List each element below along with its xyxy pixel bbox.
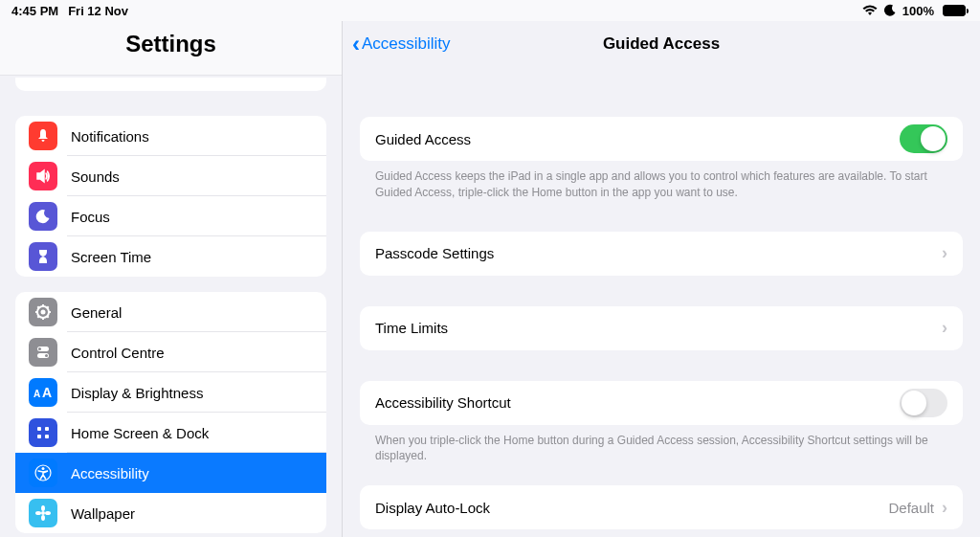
sidebar-item-screen-time[interactable]: Screen Time: [15, 236, 326, 277]
sidebar-item-focus[interactable]: Focus: [15, 196, 326, 236]
svg-point-5: [45, 354, 48, 357]
row-group-time-limits: Time Limits ›: [360, 306, 963, 350]
guided-access-footer: Guided Access keeps the iPad in a single…: [360, 161, 963, 201]
chevron-right-icon: ›: [942, 243, 947, 263]
svg-point-15: [41, 505, 45, 511]
row-group-autolock: Display Auto-Lock Default ›: [360, 485, 963, 529]
chevron-left-icon: ‹: [352, 33, 360, 56]
row-group-shortcut: Accessibility Shortcut: [360, 381, 963, 425]
hourglass-icon: [29, 242, 57, 271]
flower-icon: [29, 499, 57, 527]
back-button[interactable]: ‹ Accessibility: [352, 33, 451, 56]
row-label: Display Auto-Lock: [375, 500, 888, 516]
sidebar-item-general[interactable]: General: [15, 292, 326, 332]
svg-rect-10: [37, 435, 41, 438]
moon-icon: [883, 4, 897, 17]
svg-rect-9: [45, 427, 49, 431]
sidebar-item-label: Accessibility: [71, 465, 149, 481]
svg-rect-11: [45, 435, 49, 438]
sidebar-item-label: Screen Time: [71, 249, 151, 265]
gear-icon: [29, 298, 57, 326]
battery-icon: [940, 5, 969, 16]
speaker-icon: [29, 162, 57, 190]
detail-header: ‹ Accessibility Guided Access: [343, 21, 980, 67]
row-group-passcode: Passcode Settings ›: [360, 232, 963, 276]
text-size-icon: AA: [29, 378, 57, 407]
moon-icon: [29, 202, 57, 231]
chevron-right-icon: ›: [942, 498, 947, 518]
battery-percent: 100%: [902, 4, 934, 18]
row-time-limits[interactable]: Time Limits ›: [360, 306, 963, 350]
sidebar-item-notifications[interactable]: Notifications: [15, 116, 326, 156]
sidebar-item-label: Focus: [71, 209, 110, 225]
sidebar-group-partial: [15, 78, 326, 91]
sidebar-item-label: Display & Brightness: [71, 385, 203, 401]
detail-pane: ‹ Accessibility Guided Access Guided Acc…: [343, 21, 980, 537]
sidebar-group-general: General Control Centre AA Display & Brig…: [15, 292, 326, 533]
accessibility-shortcut-toggle[interactable]: [900, 389, 947, 417]
sidebar-item-label: Home Screen & Dock: [71, 425, 209, 441]
sidebar-item-wallpaper[interactable]: Wallpaper: [15, 493, 326, 533]
switches-icon: [29, 338, 57, 367]
row-label: Guided Access: [375, 131, 900, 147]
sidebar-item-label: Control Centre: [71, 345, 165, 361]
sidebar-group-notifications: Notifications Sounds Focus Screen Time: [15, 116, 326, 277]
row-value: Default: [888, 500, 934, 516]
svg-text:A: A: [33, 389, 40, 399]
sidebar: Settings Notifications Sounds Focus: [0, 21, 343, 537]
shortcut-footer: When you triple-click the Home button du…: [360, 425, 963, 465]
svg-point-18: [45, 511, 51, 515]
row-display-autolock[interactable]: Display Auto-Lock Default ›: [360, 485, 963, 529]
row-accessibility-shortcut[interactable]: Accessibility Shortcut: [360, 381, 963, 425]
row-passcode-settings[interactable]: Passcode Settings ›: [360, 232, 963, 276]
chevron-right-icon: ›: [942, 318, 947, 338]
sidebar-item-label: Wallpaper: [71, 505, 135, 522]
sidebar-item-home-screen[interactable]: Home Screen & Dock: [15, 413, 326, 453]
sidebar-item-sounds[interactable]: Sounds: [15, 156, 326, 196]
row-guided-access[interactable]: Guided Access: [360, 117, 963, 161]
svg-text:A: A: [42, 386, 52, 399]
detail-title: Guided Access: [603, 34, 720, 54]
grid-icon: [29, 418, 57, 447]
guided-access-toggle[interactable]: [900, 124, 947, 153]
bell-icon: [29, 122, 57, 150]
row-label: Passcode Settings: [375, 245, 942, 261]
autolock-footer: Set how long it takes your iPad to autom…: [360, 529, 963, 537]
wifi-icon: [862, 5, 878, 16]
svg-point-1: [41, 310, 46, 315]
svg-point-17: [35, 511, 41, 515]
sidebar-item-display[interactable]: AA Display & Brightness: [15, 372, 326, 413]
svg-point-13: [42, 467, 45, 470]
svg-point-3: [38, 347, 41, 350]
sidebar-item-accessibility[interactable]: Accessibility: [15, 453, 326, 493]
status-date: Fri 12 Nov: [68, 4, 128, 18]
row-group-guided-access: Guided Access: [360, 117, 963, 161]
sidebar-item-label: Notifications: [71, 128, 149, 145]
row-label: Accessibility Shortcut: [375, 394, 900, 411]
accessibility-icon: [29, 459, 57, 487]
svg-rect-8: [37, 427, 41, 431]
svg-point-14: [41, 511, 45, 515]
svg-point-16: [41, 515, 45, 521]
back-button-label: Accessibility: [362, 34, 451, 54]
sidebar-item-label: General: [71, 304, 122, 321]
sidebar-item-control-centre[interactable]: Control Centre: [15, 332, 326, 372]
sidebar-title: Settings: [0, 21, 342, 76]
sidebar-item-label: Sounds: [71, 168, 120, 185]
row-label: Time Limits: [375, 320, 942, 336]
status-bar: 4:45 PM Fri 12 Nov 100%: [0, 0, 980, 21]
status-time: 4:45 PM: [11, 4, 58, 18]
